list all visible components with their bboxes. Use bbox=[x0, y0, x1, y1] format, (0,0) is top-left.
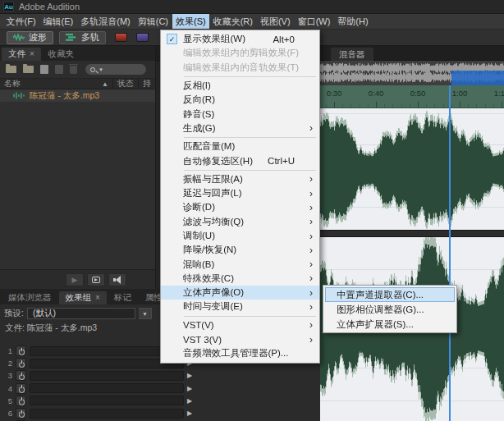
menu-item[interactable]: 静音(S) bbox=[161, 107, 319, 121]
tab-mixer[interactable]: 混音器 bbox=[331, 48, 373, 61]
menubar-item[interactable]: 帮助(H) bbox=[334, 14, 372, 29]
power-toggle-icon[interactable] bbox=[16, 358, 26, 368]
menu-item[interactable]: ✓显示效果组(W)Alt+0 bbox=[161, 32, 319, 46]
column-name[interactable]: 名称 bbox=[4, 78, 102, 89]
menu-item[interactable]: 反向(R) bbox=[161, 93, 319, 107]
menu-item[interactable]: 时间与变调(E)› bbox=[161, 300, 319, 313]
new-file-icon[interactable] bbox=[40, 65, 48, 74]
menu-item[interactable]: 降噪/恢复(N)› bbox=[161, 243, 319, 257]
spectral-frequency-display-icon[interactable] bbox=[115, 33, 127, 42]
menu-item[interactable]: 调制(U)› bbox=[161, 229, 319, 243]
close-tab-icon[interactable]: × bbox=[30, 51, 34, 57]
waveform-overview-strip[interactable] bbox=[320, 61, 504, 85]
menu-item[interactable]: 匹配音量(M) bbox=[161, 140, 319, 153]
effect-slot[interactable] bbox=[30, 409, 184, 419]
preset-row: 预设: (默认) ▼ bbox=[0, 306, 156, 321]
preset-dropdown-button[interactable]: ▼ bbox=[139, 308, 152, 319]
menubar-item[interactable]: 效果(S) bbox=[172, 14, 210, 29]
power-toggle-icon[interactable] bbox=[16, 370, 26, 381]
slot-arrow-icon[interactable]: ▶ bbox=[187, 410, 195, 417]
submenu-item[interactable]: 图形相位调整器(G)... bbox=[325, 302, 455, 317]
power-toggle-icon[interactable] bbox=[16, 408, 26, 419]
playhead-line[interactable] bbox=[449, 85, 451, 421]
effect-slot[interactable] bbox=[30, 396, 184, 405]
menubar-item[interactable]: 收藏夹(R) bbox=[209, 14, 256, 29]
menubar-item[interactable]: 剪辑(C) bbox=[134, 14, 172, 29]
menu-separator bbox=[184, 170, 316, 171]
menu-separator bbox=[184, 76, 316, 77]
menu-item[interactable]: 生成(G)› bbox=[161, 121, 319, 135]
submenu-item[interactable]: 立体声扩展器(S)... bbox=[325, 318, 455, 332]
tab-效果组[interactable]: 效果组× bbox=[59, 291, 107, 304]
slot-arrow-icon[interactable]: ▶ bbox=[187, 397, 195, 405]
sort-ascending-icon[interactable]: ▲ bbox=[102, 80, 108, 88]
menubar-item[interactable]: 视图(V) bbox=[256, 14, 294, 29]
search-input[interactable]: ▼ bbox=[85, 64, 146, 75]
menu-item[interactable]: 音频增效工具管理器(P)... bbox=[161, 346, 319, 360]
ruler-time-label: 1:00 bbox=[448, 89, 471, 98]
column-duration[interactable]: 持 bbox=[138, 79, 155, 89]
menu-item-shortcut: Alt+0 bbox=[273, 34, 295, 44]
tab-收藏夹[interactable]: 收藏夹 bbox=[42, 48, 81, 61]
title-bar: Au Adobe Audition bbox=[0, 0, 504, 14]
menu-item[interactable]: 立体声声像(O)› bbox=[161, 286, 319, 300]
menu-item-label: 显示效果组(W) bbox=[183, 33, 273, 45]
menu-item[interactable]: 编辑效果组内的剪辑效果(F) bbox=[161, 46, 319, 60]
menu-item[interactable]: 诊断(D)› bbox=[161, 200, 319, 214]
menu-item[interactable]: VST 3(V)› bbox=[161, 332, 319, 346]
window-title: Adobe Audition bbox=[19, 2, 80, 11]
checkmark-icon: ✓ bbox=[167, 34, 177, 44]
tab-文件[interactable]: 文件× bbox=[2, 48, 41, 61]
menubar-item[interactable]: 编辑(E) bbox=[39, 14, 77, 29]
preset-select[interactable]: (默认) bbox=[27, 308, 135, 319]
files-column-header[interactable]: 名称 ▲ 状态 持 bbox=[0, 79, 155, 89]
loop-playback-button[interactable] bbox=[108, 273, 126, 286]
menu-item[interactable]: 延迟与回声(L)› bbox=[161, 186, 319, 200]
waveform-display[interactable] bbox=[320, 108, 504, 421]
slot-arrow-icon[interactable]: ▶ bbox=[187, 372, 195, 379]
auto-play-button[interactable] bbox=[87, 273, 105, 286]
effect-slot[interactable] bbox=[30, 383, 184, 393]
menu-item-shortcut: Ctrl+U bbox=[268, 156, 295, 166]
effect-slot[interactable] bbox=[30, 371, 184, 381]
tab-标记[interactable]: 标记 bbox=[108, 291, 138, 304]
search-dropdown-icon[interactable]: ▼ bbox=[99, 67, 103, 72]
menu-item[interactable]: VST(V)› bbox=[161, 318, 319, 332]
menu-item[interactable]: 反相(I) bbox=[161, 79, 319, 93]
menu-item[interactable]: 混响(B)› bbox=[161, 257, 319, 271]
tab-媒体浏览器[interactable]: 媒体浏览器 bbox=[2, 291, 58, 304]
menubar-item[interactable]: 窗口(W) bbox=[294, 14, 334, 29]
waveform-button-label: 波形 bbox=[29, 31, 47, 43]
menu-item[interactable]: 滤波与均衡(Q)› bbox=[161, 215, 319, 229]
waveform-view-button[interactable]: 波形 bbox=[7, 31, 53, 44]
file-list-item[interactable]: 陈冠蒲 - 太多.mp3 bbox=[0, 89, 155, 102]
power-toggle-icon[interactable] bbox=[16, 345, 26, 356]
multitrack-view-button[interactable]: 多轨 bbox=[59, 31, 106, 44]
ruler-major-tick bbox=[376, 102, 377, 108]
spectral-pitch-display-icon[interactable] bbox=[136, 33, 149, 42]
timeline-ruler[interactable]: 0:300:400:501:001:10 bbox=[320, 85, 504, 108]
file-name: 陈冠蒲 - 太多.mp3 bbox=[30, 90, 99, 102]
column-status[interactable]: 状态 bbox=[112, 79, 138, 89]
menubar-item[interactable]: 文件(F) bbox=[2, 14, 39, 29]
submenu-arrow-icon: › bbox=[306, 319, 316, 331]
menu-item[interactable]: 特殊效果(C)› bbox=[161, 272, 319, 286]
menu-item-label: 振幅与压限(A) bbox=[183, 173, 306, 185]
menu-item[interactable]: 自动修复选区(H)Ctrl+U bbox=[161, 153, 319, 167]
submenu-item[interactable]: 中置声道提取器(C)... bbox=[325, 287, 455, 302]
preview-play-button[interactable]: ▶ bbox=[66, 273, 84, 286]
menubar-item[interactable]: 多轨混音(M) bbox=[77, 14, 135, 29]
power-toggle-icon[interactable] bbox=[16, 383, 26, 394]
app-logo-icon: Au bbox=[3, 2, 14, 11]
close-tab-icon[interactable]: × bbox=[95, 295, 100, 301]
open-file-icon[interactable] bbox=[6, 66, 16, 73]
submenu-arrow-icon: › bbox=[306, 287, 316, 299]
import-file-icon[interactable] bbox=[23, 66, 34, 73]
menu-item[interactable]: 编辑效果组内的音轨效果(T) bbox=[161, 61, 319, 75]
ruler-time-label: 0:50 bbox=[406, 89, 429, 98]
ruler-time-label: 0:30 bbox=[323, 89, 346, 98]
slot-number: 1 bbox=[4, 346, 12, 355]
slot-arrow-icon[interactable]: ▶ bbox=[187, 385, 195, 392]
menu-item[interactable]: 振幅与压限(A)› bbox=[161, 172, 319, 186]
power-toggle-icon[interactable] bbox=[16, 396, 26, 406]
